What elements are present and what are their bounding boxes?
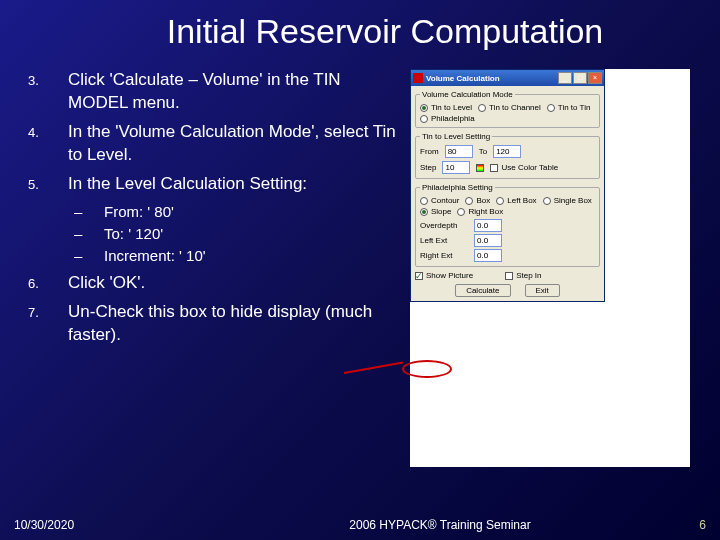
radio-label: Contour (431, 196, 459, 205)
rightext-field[interactable]: 0.0 (474, 249, 502, 262)
radio-label: Single Box (554, 196, 592, 205)
radio-label: Left Box (507, 196, 536, 205)
bullet-column: 3.Click 'Calculate – Volume' in the TIN … (20, 69, 400, 467)
screenshot-panel: Volume Calculation _ □ × Volume Calculat… (410, 69, 690, 467)
step-text: In the 'Volume Calculation Mode', select… (68, 121, 400, 167)
radio-box[interactable]: Box (465, 196, 490, 205)
mode-legend: Volume Calculation Mode (420, 90, 515, 99)
step-text: Click 'Calculate – Volume' in the TIN MO… (68, 69, 400, 115)
radio-label: Right Box (468, 207, 503, 216)
radio-left-box[interactable]: Left Box (496, 196, 536, 205)
radio-single-box[interactable]: Single Box (543, 196, 592, 205)
radio-tin-to-tin[interactable]: Tin to Tin (547, 103, 591, 112)
step-num: 3. (20, 69, 68, 115)
volume-calc-dialog: Volume Calculation _ □ × Volume Calculat… (410, 69, 605, 302)
level-legend: Tin to Level Setting (420, 132, 492, 141)
substep-text: To: ' 120' (104, 224, 163, 244)
rightext-label: Right Ext (420, 251, 468, 260)
leftext-field[interactable]: 0.0 (474, 234, 502, 247)
radio-icon (465, 197, 473, 205)
from-field[interactable]: 80 (445, 145, 473, 158)
footer: 10/30/2020 2006 HYPACK® Training Seminar… (0, 518, 720, 532)
app-icon (413, 73, 423, 83)
radio-label: Box (476, 196, 490, 205)
exit-button[interactable]: Exit (525, 284, 560, 297)
step-item: 6.Click 'OK'. (20, 272, 400, 295)
step-text: Un-Check this box to hide display (much … (68, 301, 400, 347)
radio-icon (457, 208, 465, 216)
checkbox-icon (415, 272, 423, 280)
radio-icon (496, 197, 504, 205)
step-item: 7.Un-Check this box to hide display (muc… (20, 301, 400, 347)
step-num: 7. (20, 301, 68, 347)
substep-item: –Increment: ' 10' (68, 246, 400, 266)
radio-icon (420, 208, 428, 216)
substep-text: From: ' 80' (104, 202, 174, 222)
footer-page: 6 (666, 518, 706, 532)
step-label: Step (420, 163, 436, 172)
step-num: 5. (20, 173, 68, 196)
radio-slope[interactable]: Slope (420, 207, 451, 216)
radio-icon (547, 104, 555, 112)
radio-icon (543, 197, 551, 205)
substep-dash: – (68, 202, 104, 222)
radio-icon (420, 115, 428, 123)
radio-philadelphia[interactable]: Philadelphia (420, 114, 475, 123)
overdepth-field[interactable]: 0.0 (474, 219, 502, 232)
radio-label: Slope (431, 207, 451, 216)
checkbox-label: Show Picture (426, 271, 473, 280)
radio-icon (420, 104, 428, 112)
substep-dash: – (68, 224, 104, 244)
step-num: 4. (20, 121, 68, 167)
radio-label: Tin to Channel (489, 103, 541, 112)
leftext-label: Left Ext (420, 236, 468, 245)
substep-dash: – (68, 246, 104, 266)
radio-tin-to-level[interactable]: Tin to Level (420, 103, 472, 112)
substep-text: Increment: ' 10' (104, 246, 206, 266)
to-field[interactable]: 120 (493, 145, 521, 158)
checkbox-icon (490, 164, 498, 172)
radio-right-box[interactable]: Right Box (457, 207, 503, 216)
step-item: 4.In the 'Volume Calculation Mode', sele… (20, 121, 400, 167)
use-color-checkbox[interactable]: Use Color Table (490, 163, 558, 172)
checkbox-label: Use Color Table (501, 163, 558, 172)
content-area: 3.Click 'Calculate – Volume' in the TIN … (0, 51, 720, 467)
dialog-title: Volume Calculation (426, 74, 557, 83)
step-text: In the Level Calculation Setting: (68, 173, 400, 196)
radio-icon (420, 197, 428, 205)
radio-contour[interactable]: Contour (420, 196, 459, 205)
show-picture-checkbox[interactable]: Show Picture (415, 271, 473, 280)
phila-legend: Philadelphia Setting (420, 183, 495, 192)
slide-title: Initial Reservoir Computation (0, 0, 720, 51)
close-button[interactable]: × (588, 72, 602, 84)
radio-label: Philadelphia (431, 114, 475, 123)
radio-icon (478, 104, 486, 112)
step-num: 6. (20, 272, 68, 295)
to-label: To (479, 147, 487, 156)
checkbox-icon (505, 272, 513, 280)
radio-tin-to-channel[interactable]: Tin to Channel (478, 103, 541, 112)
substep-list: –From: ' 80' –To: ' 120' –Increment: ' 1… (68, 202, 400, 267)
footer-mid: 2006 HYPACK® Training Seminar (214, 518, 666, 532)
from-label: From (420, 147, 439, 156)
step-item: 5.In the Level Calculation Setting: (20, 173, 400, 196)
step-field[interactable]: 10 (442, 161, 470, 174)
dialog-body: Volume Calculation Mode Tin to Level Tin… (411, 86, 604, 301)
annotation-circle (402, 360, 452, 378)
checkbox-label: Step In (516, 271, 541, 280)
dialog-titlebar: Volume Calculation _ □ × (411, 70, 604, 86)
maximize-button[interactable]: □ (573, 72, 587, 84)
substep-item: –To: ' 120' (68, 224, 400, 244)
step-text: Click 'OK'. (68, 272, 400, 295)
minimize-button[interactable]: _ (558, 72, 572, 84)
footer-date: 10/30/2020 (14, 518, 214, 532)
radio-label: Tin to Tin (558, 103, 591, 112)
phila-group: Philadelphia Setting Contour Box Left Bo… (415, 183, 600, 267)
step-item: 3.Click 'Calculate – Volume' in the TIN … (20, 69, 400, 115)
substep-item: –From: ' 80' (68, 202, 400, 222)
step-in-checkbox[interactable]: Step In (505, 271, 541, 280)
mode-group: Volume Calculation Mode Tin to Level Tin… (415, 90, 600, 128)
color-swatch-icon (476, 164, 484, 172)
radio-label: Tin to Level (431, 103, 472, 112)
calculate-button[interactable]: Calculate (455, 284, 510, 297)
